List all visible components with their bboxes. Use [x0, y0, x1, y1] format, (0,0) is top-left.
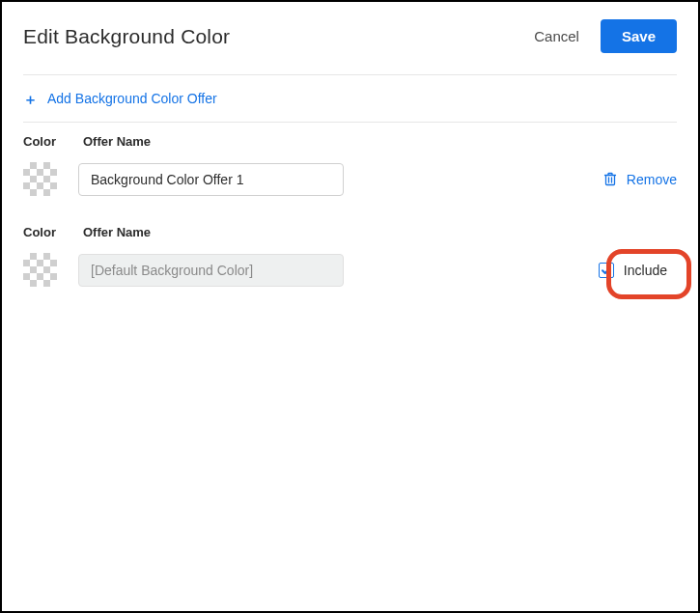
table-header: Color Offer Name [23, 123, 677, 156]
include-checkbox[interactable] [599, 263, 614, 278]
color-swatch[interactable] [23, 162, 57, 196]
column-offer-name: Offer Name [83, 225, 151, 239]
offer-name-input[interactable] [78, 163, 344, 196]
table-header: Color Offer Name [23, 213, 677, 247]
include-control: Include [589, 259, 677, 282]
offer-name-input-readonly [78, 254, 344, 287]
remove-label: Remove [627, 172, 677, 187]
column-color: Color [23, 225, 62, 239]
trash-icon [603, 172, 617, 186]
dialog-title: Edit Background Color [23, 25, 230, 48]
save-button[interactable]: Save [601, 19, 677, 53]
offer-row: Include [23, 247, 677, 304]
header-actions: Cancel Save [534, 19, 677, 53]
remove-button[interactable]: Remove [603, 172, 677, 187]
offer-row: Remove [23, 156, 677, 213]
add-offer-button[interactable]: ＋ Add Background Color Offer [23, 75, 677, 122]
column-offer-name: Offer Name [83, 134, 151, 149]
add-offer-label: Add Background Color Offer [47, 91, 217, 106]
dialog-header: Edit Background Color Cancel Save [23, 19, 677, 74]
include-label: Include [624, 263, 667, 278]
cancel-button[interactable]: Cancel [534, 28, 579, 44]
plus-icon: ＋ [23, 92, 38, 106]
column-color: Color [23, 134, 62, 149]
color-swatch[interactable] [23, 253, 57, 287]
